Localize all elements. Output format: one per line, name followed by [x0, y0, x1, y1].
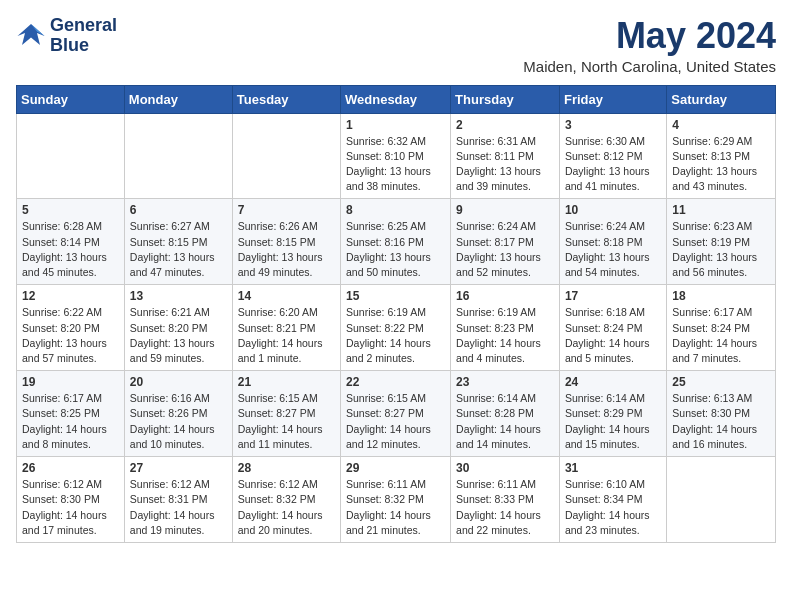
day-number: 2 — [456, 118, 554, 132]
day-header-thursday: Thursday — [451, 85, 560, 113]
day-info: Sunrise: 6:12 AM Sunset: 8:31 PM Dayligh… — [130, 477, 227, 538]
day-header-friday: Friday — [559, 85, 666, 113]
calendar-cell: 16Sunrise: 6:19 AM Sunset: 8:23 PM Dayli… — [451, 285, 560, 371]
day-info: Sunrise: 6:31 AM Sunset: 8:11 PM Dayligh… — [456, 134, 554, 195]
calendar-cell: 10Sunrise: 6:24 AM Sunset: 8:18 PM Dayli… — [559, 199, 666, 285]
calendar-cell: 19Sunrise: 6:17 AM Sunset: 8:25 PM Dayli… — [17, 371, 125, 457]
calendar-cell: 31Sunrise: 6:10 AM Sunset: 8:34 PM Dayli… — [559, 457, 666, 543]
calendar-body: 1Sunrise: 6:32 AM Sunset: 8:10 PM Daylig… — [17, 113, 776, 542]
calendar-cell: 14Sunrise: 6:20 AM Sunset: 8:21 PM Dayli… — [232, 285, 340, 371]
calendar-cell: 12Sunrise: 6:22 AM Sunset: 8:20 PM Dayli… — [17, 285, 125, 371]
day-number: 19 — [22, 375, 119, 389]
day-number: 1 — [346, 118, 445, 132]
day-number: 9 — [456, 203, 554, 217]
day-number: 29 — [346, 461, 445, 475]
calendar-cell: 30Sunrise: 6:11 AM Sunset: 8:33 PM Dayli… — [451, 457, 560, 543]
day-number: 13 — [130, 289, 227, 303]
calendar-table: SundayMondayTuesdayWednesdayThursdayFrid… — [16, 85, 776, 543]
calendar-cell: 8Sunrise: 6:25 AM Sunset: 8:16 PM Daylig… — [341, 199, 451, 285]
day-number: 16 — [456, 289, 554, 303]
day-info: Sunrise: 6:23 AM Sunset: 8:19 PM Dayligh… — [672, 219, 770, 280]
location: Maiden, North Carolina, United States — [523, 58, 776, 75]
day-number: 27 — [130, 461, 227, 475]
calendar-cell — [17, 113, 125, 199]
day-number: 22 — [346, 375, 445, 389]
calendar-cell — [667, 457, 776, 543]
logo-icon — [16, 22, 46, 50]
day-number: 18 — [672, 289, 770, 303]
day-number: 5 — [22, 203, 119, 217]
calendar-cell: 15Sunrise: 6:19 AM Sunset: 8:22 PM Dayli… — [341, 285, 451, 371]
day-header-saturday: Saturday — [667, 85, 776, 113]
day-info: Sunrise: 6:30 AM Sunset: 8:12 PM Dayligh… — [565, 134, 661, 195]
day-number: 17 — [565, 289, 661, 303]
calendar-cell: 21Sunrise: 6:15 AM Sunset: 8:27 PM Dayli… — [232, 371, 340, 457]
day-info: Sunrise: 6:11 AM Sunset: 8:32 PM Dayligh… — [346, 477, 445, 538]
day-info: Sunrise: 6:19 AM Sunset: 8:23 PM Dayligh… — [456, 305, 554, 366]
week-row-4: 19Sunrise: 6:17 AM Sunset: 8:25 PM Dayli… — [17, 371, 776, 457]
calendar-cell: 18Sunrise: 6:17 AM Sunset: 8:24 PM Dayli… — [667, 285, 776, 371]
calendar-cell: 6Sunrise: 6:27 AM Sunset: 8:15 PM Daylig… — [124, 199, 232, 285]
day-number: 11 — [672, 203, 770, 217]
day-number: 26 — [22, 461, 119, 475]
day-info: Sunrise: 6:32 AM Sunset: 8:10 PM Dayligh… — [346, 134, 445, 195]
day-info: Sunrise: 6:29 AM Sunset: 8:13 PM Dayligh… — [672, 134, 770, 195]
day-number: 20 — [130, 375, 227, 389]
calendar-cell: 28Sunrise: 6:12 AM Sunset: 8:32 PM Dayli… — [232, 457, 340, 543]
calendar-cell: 2Sunrise: 6:31 AM Sunset: 8:11 PM Daylig… — [451, 113, 560, 199]
day-info: Sunrise: 6:12 AM Sunset: 8:32 PM Dayligh… — [238, 477, 335, 538]
day-number: 8 — [346, 203, 445, 217]
week-row-1: 1Sunrise: 6:32 AM Sunset: 8:10 PM Daylig… — [17, 113, 776, 199]
calendar-cell: 29Sunrise: 6:11 AM Sunset: 8:32 PM Dayli… — [341, 457, 451, 543]
calendar-cell: 22Sunrise: 6:15 AM Sunset: 8:27 PM Dayli… — [341, 371, 451, 457]
day-info: Sunrise: 6:22 AM Sunset: 8:20 PM Dayligh… — [22, 305, 119, 366]
day-number: 6 — [130, 203, 227, 217]
calendar-cell: 26Sunrise: 6:12 AM Sunset: 8:30 PM Dayli… — [17, 457, 125, 543]
calendar-cell — [232, 113, 340, 199]
day-info: Sunrise: 6:13 AM Sunset: 8:30 PM Dayligh… — [672, 391, 770, 452]
day-info: Sunrise: 6:11 AM Sunset: 8:33 PM Dayligh… — [456, 477, 554, 538]
month-title: May 2024 — [523, 16, 776, 56]
day-number: 25 — [672, 375, 770, 389]
day-info: Sunrise: 6:21 AM Sunset: 8:20 PM Dayligh… — [130, 305, 227, 366]
day-info: Sunrise: 6:20 AM Sunset: 8:21 PM Dayligh… — [238, 305, 335, 366]
day-number: 4 — [672, 118, 770, 132]
days-header-row: SundayMondayTuesdayWednesdayThursdayFrid… — [17, 85, 776, 113]
day-info: Sunrise: 6:27 AM Sunset: 8:15 PM Dayligh… — [130, 219, 227, 280]
day-info: Sunrise: 6:12 AM Sunset: 8:30 PM Dayligh… — [22, 477, 119, 538]
calendar-cell: 1Sunrise: 6:32 AM Sunset: 8:10 PM Daylig… — [341, 113, 451, 199]
day-info: Sunrise: 6:25 AM Sunset: 8:16 PM Dayligh… — [346, 219, 445, 280]
day-header-monday: Monday — [124, 85, 232, 113]
calendar-cell: 13Sunrise: 6:21 AM Sunset: 8:20 PM Dayli… — [124, 285, 232, 371]
day-info: Sunrise: 6:14 AM Sunset: 8:29 PM Dayligh… — [565, 391, 661, 452]
day-number: 14 — [238, 289, 335, 303]
day-info: Sunrise: 6:26 AM Sunset: 8:15 PM Dayligh… — [238, 219, 335, 280]
day-header-wednesday: Wednesday — [341, 85, 451, 113]
week-row-3: 12Sunrise: 6:22 AM Sunset: 8:20 PM Dayli… — [17, 285, 776, 371]
calendar-cell — [124, 113, 232, 199]
day-number: 10 — [565, 203, 661, 217]
day-number: 23 — [456, 375, 554, 389]
day-info: Sunrise: 6:19 AM Sunset: 8:22 PM Dayligh… — [346, 305, 445, 366]
day-info: Sunrise: 6:24 AM Sunset: 8:17 PM Dayligh… — [456, 219, 554, 280]
day-info: Sunrise: 6:15 AM Sunset: 8:27 PM Dayligh… — [346, 391, 445, 452]
calendar-cell: 24Sunrise: 6:14 AM Sunset: 8:29 PM Dayli… — [559, 371, 666, 457]
day-info: Sunrise: 6:10 AM Sunset: 8:34 PM Dayligh… — [565, 477, 661, 538]
day-number: 28 — [238, 461, 335, 475]
day-info: Sunrise: 6:17 AM Sunset: 8:24 PM Dayligh… — [672, 305, 770, 366]
day-number: 12 — [22, 289, 119, 303]
day-number: 30 — [456, 461, 554, 475]
title-block: May 2024 Maiden, North Carolina, United … — [523, 16, 776, 75]
calendar-cell: 5Sunrise: 6:28 AM Sunset: 8:14 PM Daylig… — [17, 199, 125, 285]
calendar-cell: 11Sunrise: 6:23 AM Sunset: 8:19 PM Dayli… — [667, 199, 776, 285]
svg-marker-0 — [18, 24, 45, 45]
day-info: Sunrise: 6:15 AM Sunset: 8:27 PM Dayligh… — [238, 391, 335, 452]
day-header-sunday: Sunday — [17, 85, 125, 113]
page-header: General Blue May 2024 Maiden, North Caro… — [16, 16, 776, 75]
day-header-tuesday: Tuesday — [232, 85, 340, 113]
calendar-cell: 27Sunrise: 6:12 AM Sunset: 8:31 PM Dayli… — [124, 457, 232, 543]
week-row-2: 5Sunrise: 6:28 AM Sunset: 8:14 PM Daylig… — [17, 199, 776, 285]
calendar-cell: 17Sunrise: 6:18 AM Sunset: 8:24 PM Dayli… — [559, 285, 666, 371]
day-info: Sunrise: 6:17 AM Sunset: 8:25 PM Dayligh… — [22, 391, 119, 452]
logo: General Blue — [16, 16, 117, 56]
